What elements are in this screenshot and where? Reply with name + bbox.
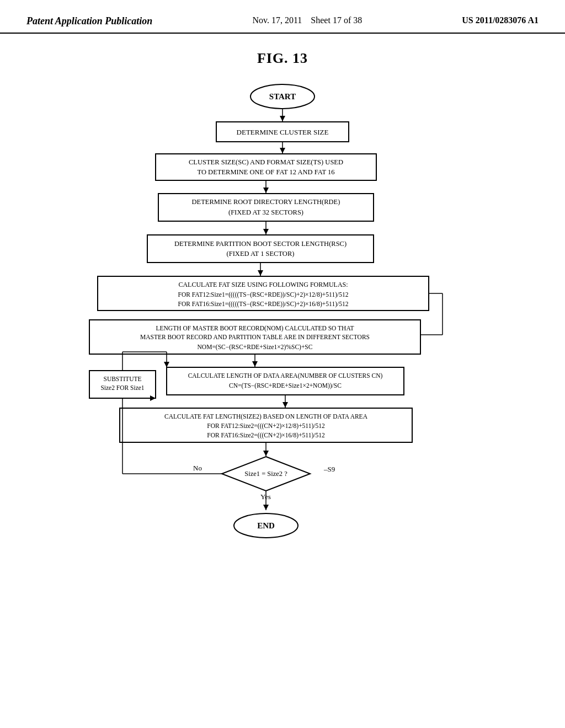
svg-text:Size1 = Size2 ?: Size1 = Size2 ? <box>244 470 287 478</box>
svg-text:FOR FAT16:Size1=(((((TS−(RSC+R: FOR FAT16:Size1=(((((TS−(RSC+RDE))/SC)+2… <box>178 301 349 308</box>
svg-text:CALCULATE FAT LENGTH(SIZE2) BA: CALCULATE FAT LENGTH(SIZE2) BASED ON LEN… <box>164 413 368 420</box>
svg-rect-5 <box>216 122 349 142</box>
svg-text:SUBSTITUTE: SUBSTITUTE <box>104 376 142 382</box>
svg-text:–S10: –S10 <box>92 379 107 388</box>
svg-text:FOR FAT12:Size1=(((((TS−(RSC+R: FOR FAT12:Size1=(((((TS−(RSC+RDE))/SC)+2… <box>178 291 349 298</box>
main-content: FIG. 13 START –S1 DETERMINE CLUSTER SIZE… <box>0 34 565 670</box>
svg-text:–S7: –S7 <box>370 372 382 381</box>
svg-text:FOR FAT12:Size2=(((CN+2)×12/8): FOR FAT12:Size2=(((CN+2)×12/8)+511)/512 <box>207 422 325 430</box>
svg-marker-3 <box>280 116 285 121</box>
svg-marker-52 <box>282 402 288 408</box>
svg-text:–S6: –S6 <box>399 324 411 333</box>
svg-rect-22 <box>147 235 374 263</box>
header-sheet: Sheet 17 of 38 <box>311 15 362 25</box>
svg-text:DETERMINE CLUSTER SIZE: DETERMINE CLUSTER SIZE <box>237 128 329 136</box>
svg-point-76 <box>234 513 298 538</box>
svg-marker-60 <box>263 451 269 456</box>
svg-text:S8: S8 <box>393 415 401 424</box>
svg-marker-71 <box>150 395 156 401</box>
svg-text:DETERMINE PARTITION BOOT SECTO: DETERMINE PARTITION BOOT SECTOR LENGTH(R… <box>174 240 347 248</box>
svg-marker-14 <box>263 188 269 193</box>
svg-point-0 <box>250 84 315 109</box>
svg-text:DETERMINE ROOT DIRECTORY LENGT: DETERMINE ROOT DIRECTORY LENGTH(RDE) <box>192 198 340 206</box>
svg-text:END: END <box>257 521 275 530</box>
header-date: Nov. 17, 2011 <box>252 15 302 25</box>
svg-rect-55 <box>120 408 412 442</box>
svg-text:–S9: –S9 <box>323 465 335 473</box>
svg-rect-16 <box>158 194 374 221</box>
header-date-sheet: Nov. 17, 2011 Sheet 17 of 38 <box>252 15 362 25</box>
svg-marker-8 <box>280 148 285 153</box>
svg-marker-42 <box>252 361 258 367</box>
figure-title: FIG. 13 <box>257 50 308 67</box>
flowchart: START –S1 DETERMINE CLUSTER SIZE –S2 CLU… <box>56 80 509 670</box>
svg-text:NOM=(SC−(RSC+RDE+Size1×2)%SC)+: NOM=(SC−(RSC+RDE+Size1×2)%SC)+SC <box>198 344 313 351</box>
header-patent-number: US 2011/0283076 A1 <box>462 15 539 25</box>
svg-rect-37 <box>89 320 420 354</box>
svg-rect-48 <box>167 367 404 395</box>
svg-rect-45 <box>89 371 156 398</box>
svg-text:(FIXED AT 1 SECTOR): (FIXED AT 1 SECTOR) <box>227 250 295 258</box>
svg-marker-75 <box>164 362 169 367</box>
svg-text:–S1: –S1 <box>318 123 329 131</box>
svg-text:MASTER BOOT RECORD AND PARTITI: MASTER BOOT RECORD AND PARTITION TABLE A… <box>140 334 370 340</box>
svg-text:(FIXED AT 32 SECTORS): (FIXED AT 32 SECTORS) <box>228 208 303 216</box>
svg-text:–S4: –S4 <box>326 240 338 249</box>
svg-marker-66 <box>263 505 269 510</box>
svg-text:CALCULATE LENGTH OF DATA AREA(: CALCULATE LENGTH OF DATA AREA(NUMBER OF … <box>188 372 383 379</box>
svg-text:CN=(TS−(RSC+RDE+Size1×2+NOM))/: CN=(TS−(RSC+RDE+Size1×2+NOM))/SC <box>229 382 342 389</box>
svg-text:FOR FAT16:Size2=(((CN+2)×16/8): FOR FAT16:Size2=(((CN+2)×16/8)+511)/512 <box>207 432 325 439</box>
svg-text:LENGTH OF MASTER BOOT RECORD(N: LENGTH OF MASTER BOOT RECORD(NOM) CALCUL… <box>156 325 354 332</box>
svg-rect-28 <box>98 276 429 311</box>
page-header: Patent Application Publication Nov. 17, … <box>0 0 565 34</box>
svg-marker-20 <box>263 229 269 234</box>
svg-marker-62 <box>222 457 310 491</box>
svg-text:–S2: –S2 <box>321 159 332 167</box>
svg-marker-35 <box>412 332 418 338</box>
svg-text:No: No <box>193 464 202 472</box>
header-publication-label: Patent Application Publication <box>26 15 152 27</box>
svg-rect-10 <box>156 154 376 180</box>
svg-text:Yes: Yes <box>260 493 271 501</box>
svg-text:START: START <box>269 92 296 101</box>
svg-text:TO DETERMINE ONE OF FAT 12 AND: TO DETERMINE ONE OF FAT 12 AND FAT 16 <box>198 168 335 176</box>
svg-marker-26 <box>258 270 263 276</box>
svg-text:CLUSTER SIZE(SC) AND FORMAT SI: CLUSTER SIZE(SC) AND FORMAT SIZE(TS) USE… <box>189 158 343 166</box>
svg-text:–S3: –S3 <box>326 199 338 207</box>
svg-text:–S5: –S5 <box>354 283 365 291</box>
svg-text:CALCULATE FAT SIZE USING FOLLO: CALCULATE FAT SIZE USING FOLLOWING FORMU… <box>178 281 348 288</box>
svg-text:Size2 FOR Size1: Size2 FOR Size1 <box>100 384 144 391</box>
